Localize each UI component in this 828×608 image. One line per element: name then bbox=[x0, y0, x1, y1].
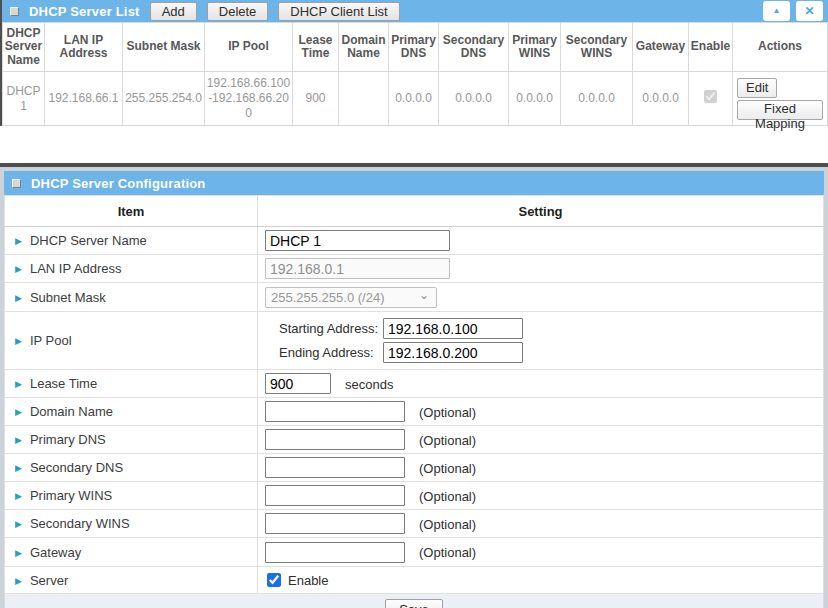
cell-secondary-dns: 0.0.0.0 bbox=[439, 72, 509, 126]
col-header-ip-pool: IP Pool bbox=[205, 23, 293, 72]
lan-ip-address-input bbox=[265, 258, 450, 279]
col-header-actions: Actions bbox=[733, 23, 828, 72]
col-header-dhcp-server-name: DHCP Server Name bbox=[3, 23, 45, 72]
ending-address-input[interactable] bbox=[383, 342, 523, 363]
starting-address-label: Starting Address: bbox=[279, 321, 383, 336]
arrow-bullet-icon: ▶ bbox=[15, 519, 22, 529]
dhcp-server-configuration-header: DHCP Server Configuration bbox=[4, 171, 824, 195]
row-lan-ip-address: ▶LAN IP Address bbox=[5, 255, 824, 283]
cell-domain-name bbox=[339, 72, 389, 126]
col-header-primary-dns: Primary DNS bbox=[389, 23, 439, 72]
row-primary-dns: ▶Primary DNS (Optional) bbox=[5, 426, 824, 454]
cell-subnet-mask: 255.255.254.0 bbox=[123, 72, 205, 126]
dhcp-server-configuration-panel: DHCP Server Configuration Item Setting ▶… bbox=[0, 163, 828, 608]
cell-primary-wins: 0.0.0.0 bbox=[509, 72, 561, 126]
cell-enable bbox=[689, 72, 733, 126]
row-label: Server bbox=[30, 573, 68, 588]
optional-note: (Optional) bbox=[419, 489, 476, 504]
col-header-subnet-mask: Subnet Mask bbox=[123, 23, 205, 72]
collapse-button[interactable]: ▲ bbox=[763, 1, 790, 21]
optional-note: (Optional) bbox=[419, 461, 476, 476]
optional-note: (Optional) bbox=[419, 433, 476, 448]
col-header-secondary-wins: Secondary WINS bbox=[561, 23, 633, 72]
arrow-bullet-icon: ▶ bbox=[15, 548, 22, 558]
arrow-bullet-icon: ▶ bbox=[15, 236, 22, 246]
arrow-bullet-icon: ▶ bbox=[15, 576, 22, 586]
save-button[interactable]: Save bbox=[385, 599, 443, 608]
row-label: Secondary WINS bbox=[30, 516, 130, 531]
config-header-row: Item Setting bbox=[5, 196, 824, 227]
server-enable-checkbox[interactable] bbox=[267, 573, 281, 587]
row-label: LAN IP Address bbox=[30, 261, 122, 276]
panel-title: DHCP Server Configuration bbox=[31, 176, 206, 191]
setting-column-header: Setting bbox=[258, 196, 824, 227]
arrow-bullet-icon: ▶ bbox=[15, 435, 22, 445]
secondary-wins-input[interactable] bbox=[265, 513, 405, 534]
col-header-primary-wins: Primary WINS bbox=[509, 23, 561, 72]
arrow-bullet-icon: ▶ bbox=[15, 463, 22, 473]
cell-primary-dns: 0.0.0.0 bbox=[389, 72, 439, 126]
triangle-up-icon: ▲ bbox=[773, 7, 781, 15]
list-header-row: DHCP Server Name LAN IP Address Subnet M… bbox=[3, 23, 828, 72]
starting-address-input[interactable] bbox=[383, 318, 523, 339]
primary-wins-input[interactable] bbox=[265, 485, 405, 506]
close-icon: ✕ bbox=[804, 5, 814, 17]
close-button[interactable]: ✕ bbox=[796, 1, 823, 21]
add-button[interactable]: Add bbox=[150, 2, 197, 21]
domain-name-input[interactable] bbox=[265, 401, 405, 422]
cell-lan-ip: 192.168.66.1 bbox=[45, 72, 123, 126]
dhcp-server-list-panel: DHCP Server List Add Delete DHCP Client … bbox=[0, 0, 828, 126]
edit-button[interactable]: Edit bbox=[737, 78, 777, 98]
row-lease-time: ▶Lease Time seconds bbox=[5, 370, 824, 398]
row-label: Domain Name bbox=[30, 404, 113, 419]
lease-time-input[interactable] bbox=[265, 373, 331, 394]
cell-secondary-wins: 0.0.0.0 bbox=[561, 72, 633, 126]
dhcp-client-list-button[interactable]: DHCP Client List bbox=[278, 2, 399, 21]
row-label: Gateway bbox=[30, 545, 81, 560]
dhcp-server-name-input[interactable] bbox=[265, 230, 450, 251]
dhcp-server-configuration-table: Item Setting ▶DHCP Server Name ▶LAN IP A… bbox=[4, 195, 824, 608]
col-header-gateway: Gateway bbox=[633, 23, 689, 72]
optional-note: (Optional) bbox=[419, 405, 476, 420]
row-domain-name: ▶Domain Name (Optional) bbox=[5, 398, 824, 426]
lease-time-unit-label: seconds bbox=[345, 377, 393, 392]
col-header-secondary-dns: Secondary DNS bbox=[439, 23, 509, 72]
server-enable-label: Enable bbox=[288, 573, 328, 588]
row-label: Subnet Mask bbox=[30, 290, 106, 305]
row-label: Secondary DNS bbox=[30, 460, 123, 475]
arrow-bullet-icon: ▶ bbox=[15, 264, 22, 274]
delete-button[interactable]: Delete bbox=[207, 2, 269, 21]
fixed-mapping-button[interactable]: Fixed Mapping bbox=[737, 100, 823, 120]
row-dhcp-server-name: ▶DHCP Server Name bbox=[5, 227, 824, 255]
row-label: Primary WINS bbox=[30, 488, 112, 503]
row-secondary-dns: ▶Secondary DNS (Optional) bbox=[5, 454, 824, 482]
cell-lease-time: 900 bbox=[293, 72, 339, 126]
config-footer-row: Save bbox=[5, 594, 824, 608]
row-primary-wins: ▶Primary WINS (Optional) bbox=[5, 482, 824, 510]
col-header-enable: Enable bbox=[689, 23, 733, 72]
gateway-input[interactable] bbox=[265, 542, 405, 563]
row-label: Primary DNS bbox=[30, 432, 106, 447]
row-label: Lease Time bbox=[30, 376, 97, 391]
ending-address-label: Ending Address: bbox=[279, 345, 383, 360]
cell-gateway: 0.0.0.0 bbox=[633, 72, 689, 126]
optional-note: (Optional) bbox=[419, 545, 476, 560]
secondary-dns-input[interactable] bbox=[265, 457, 405, 478]
row-subnet-mask: ▶Subnet Mask 255.255.255.0 (/24) ⌄ bbox=[5, 283, 824, 312]
item-column-header: Item bbox=[5, 196, 258, 227]
arrow-bullet-icon: ▶ bbox=[15, 293, 22, 303]
arrow-bullet-icon: ▶ bbox=[15, 491, 22, 501]
col-header-domain-name: Domain Name bbox=[339, 23, 389, 72]
panel-marker-icon bbox=[12, 179, 21, 188]
row-ip-pool: ▶IP Pool Starting Address: Ending Addres… bbox=[5, 312, 824, 370]
row-secondary-wins: ▶Secondary WINS (Optional) bbox=[5, 510, 824, 538]
row-gateway: ▶Gateway (Optional) bbox=[5, 538, 824, 567]
dhcp-server-list-table: DHCP Server Name LAN IP Address Subnet M… bbox=[2, 22, 828, 126]
row-server: ▶Server Enable bbox=[5, 567, 824, 594]
dhcp-server-list-header: DHCP Server List Add Delete DHCP Client … bbox=[2, 0, 828, 22]
panel-title: DHCP Server List bbox=[29, 4, 140, 19]
col-header-lan-ip: LAN IP Address bbox=[45, 23, 123, 72]
cell-actions: Edit Fixed Mapping bbox=[733, 72, 828, 126]
primary-dns-input[interactable] bbox=[265, 429, 405, 450]
optional-note: (Optional) bbox=[419, 517, 476, 532]
